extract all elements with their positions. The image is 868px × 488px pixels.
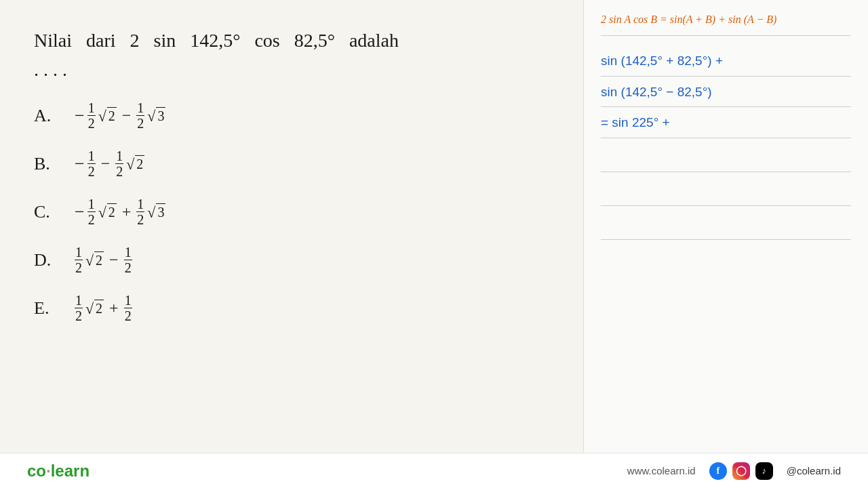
option-c[interactable]: C. − 1 2 √ 2 + 1 2 xyxy=(34,197,549,226)
formula-line: 2 sin A cos B = sin(A + B) + sin (A − B) xyxy=(601,14,851,36)
social-handle: @colearn.id xyxy=(787,465,841,476)
sqrt-b1: √ 2 xyxy=(126,155,144,172)
footer: co·learn www.colearn.id f ◯ ♪ @colearn.i… xyxy=(0,453,868,488)
footer-right: www.colearn.id f ◯ ♪ @colearn.id xyxy=(627,462,841,480)
option-a-label: A. xyxy=(34,106,61,126)
handwritten-section: sin (142,5° + 82,5°) + sin (142,5° − 82,… xyxy=(601,45,851,240)
fraction-e2: 1 2 xyxy=(124,293,132,323)
hw-step-1: sin (142,5° + 82,5°) + xyxy=(601,45,851,77)
sqrt-d1: √ 2 xyxy=(85,251,104,268)
facebook-icon[interactable]: f xyxy=(709,462,727,480)
option-e-label: E. xyxy=(34,298,61,319)
fraction-b1: 1 2 xyxy=(87,149,96,178)
option-d-math: 1 2 √ 2 − 1 2 xyxy=(75,245,132,274)
fraction-a2: 1 2 xyxy=(136,101,144,130)
sqrt-a2: √ 3 xyxy=(147,107,165,124)
hw-step-2: sin (142,5° − 82,5°) xyxy=(601,77,851,108)
social-icons: f ◯ ♪ xyxy=(709,462,773,480)
option-b-label: B. xyxy=(34,154,61,174)
instagram-icon[interactable]: ◯ xyxy=(732,462,750,480)
hw-step-3: = sin 225° + xyxy=(601,107,851,138)
fraction-d1: 1 2 xyxy=(75,245,83,274)
question-text: Nilai dari 2 sin 142,5° cos 82,5° adalah xyxy=(34,27,549,54)
fraction-a1: 1 2 xyxy=(87,101,96,130)
option-a-math: − 1 2 √ 2 − 1 2 √ xyxy=(75,101,165,130)
dots: . . . . xyxy=(34,59,549,81)
option-d[interactable]: D. 1 2 √ 2 − 1 2 xyxy=(34,245,549,274)
sqrt-a1: √ 2 xyxy=(98,107,117,124)
main-container: Nilai dari 2 sin 142,5° cos 82,5° adalah… xyxy=(0,0,868,488)
option-c-math: − 1 2 √ 2 + 1 2 √ xyxy=(75,197,165,226)
option-b-math: − 1 2 − 1 2 √ 2 xyxy=(75,149,144,178)
option-a[interactable]: A. − 1 2 √ 2 − 1 2 xyxy=(34,101,549,130)
brand-logo: co·learn xyxy=(27,462,90,481)
right-panel: 2 sin A cos B = sin(A + B) + sin (A − B)… xyxy=(583,0,868,488)
fraction-d2: 1 2 xyxy=(124,245,132,274)
hw-empty-3 xyxy=(601,206,851,240)
option-d-label: D. xyxy=(34,250,61,270)
sqrt-c1: √ 2 xyxy=(98,203,117,220)
hw-empty-1 xyxy=(601,138,851,172)
fraction-c1: 1 2 xyxy=(87,197,96,226)
option-b[interactable]: B. − 1 2 − 1 2 √ 2 xyxy=(34,149,549,178)
sqrt-e1: √ 2 xyxy=(85,300,104,317)
option-c-label: C. xyxy=(34,202,61,222)
options-list: A. − 1 2 √ 2 − 1 2 xyxy=(34,101,549,323)
fraction-e1: 1 2 xyxy=(75,293,83,323)
sqrt-c2: √ 3 xyxy=(147,203,165,220)
left-panel: Nilai dari 2 sin 142,5° cos 82,5° adalah… xyxy=(0,0,583,488)
option-e-math: 1 2 √ 2 + 1 2 xyxy=(75,293,132,323)
fraction-c2: 1 2 xyxy=(136,197,144,226)
fraction-b2: 1 2 xyxy=(115,149,123,178)
tiktok-icon[interactable]: ♪ xyxy=(755,462,773,480)
hw-empty-2 xyxy=(601,172,851,206)
footer-url: www.colearn.id xyxy=(627,465,696,476)
option-e[interactable]: E. 1 2 √ 2 + 1 2 xyxy=(34,293,549,323)
